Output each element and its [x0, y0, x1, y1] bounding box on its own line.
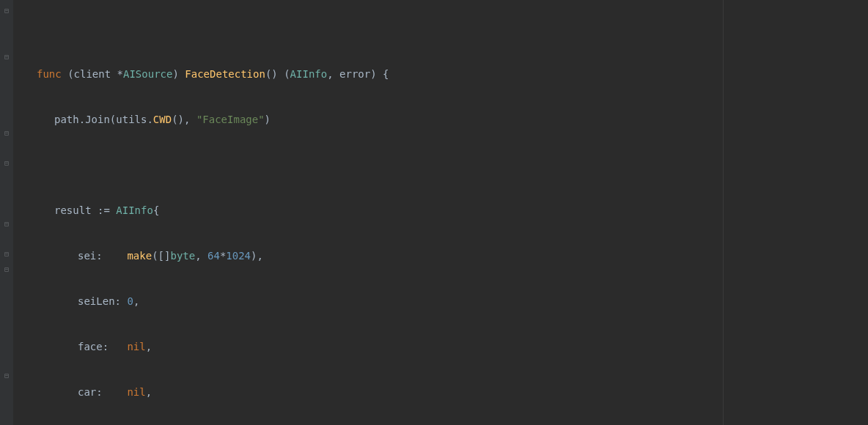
- fold-icon[interactable]: ⊟: [3, 221, 10, 228]
- code-line[interactable]: face: nil,: [16, 339, 868, 355]
- code-line[interactable]: path.Join(utils.CWD(), "FaceImage"): [16, 112, 868, 128]
- fold-icon[interactable]: ⊟: [3, 372, 10, 380]
- fold-icon[interactable]: ⊟: [3, 7, 10, 15]
- code-line[interactable]: sei: make([]byte, 64*1024),: [16, 248, 868, 264]
- fold-icon[interactable]: ⊟: [3, 53, 10, 61]
- code-area[interactable]: func (client *AISource) FaceDetection() …: [13, 0, 868, 425]
- code-line[interactable]: func (client *AISource) FaceDetection() …: [16, 67, 868, 82]
- fold-icon[interactable]: ⊟: [3, 130, 10, 137]
- code-line[interactable]: car: nil,: [16, 385, 868, 400]
- code-editor[interactable]: ⊟ ⊟ ⊟ ⊟ ⊟ ⊟ ⊟ ⊟ func (client *AISource) …: [0, 0, 868, 425]
- code-line[interactable]: result := AIInfo{: [16, 203, 868, 218]
- fold-icon[interactable]: ⊟: [3, 266, 10, 273]
- code-line[interactable]: seiLen: 0,: [16, 294, 868, 309]
- code-line[interactable]: [16, 158, 868, 173]
- gutter: ⊟ ⊟ ⊟ ⊟ ⊟ ⊟ ⊟ ⊟: [0, 0, 13, 425]
- fold-icon[interactable]: ⊟: [3, 160, 10, 167]
- margin-guide: [723, 0, 724, 425]
- fold-icon[interactable]: ⊟: [3, 251, 10, 258]
